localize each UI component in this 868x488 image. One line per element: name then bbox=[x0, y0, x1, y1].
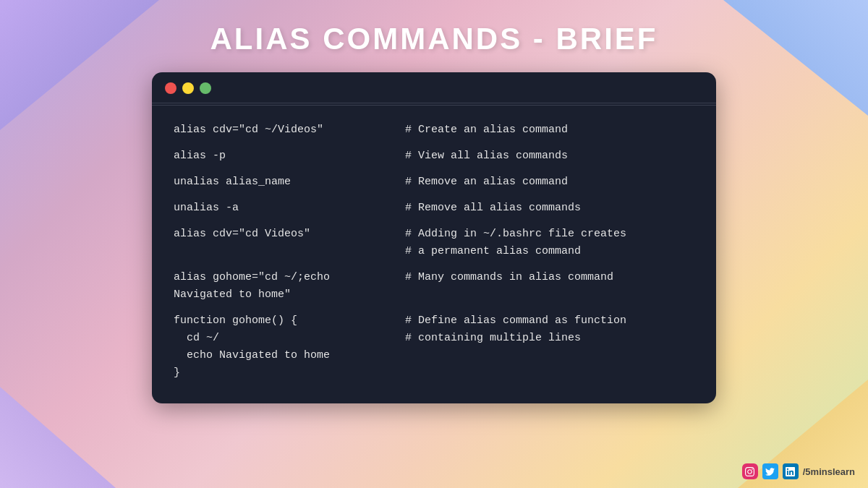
code-left-3: unalias alias_name bbox=[174, 174, 405, 191]
code-row-3: unalias alias_name # Remove an alias com… bbox=[174, 169, 694, 195]
code-right-4: # Remove all alias commands bbox=[405, 200, 694, 217]
traffic-dot-yellow[interactable] bbox=[182, 82, 194, 94]
code-row-5: alias cdv="cd Videos" # Adding in ~/.bas… bbox=[174, 221, 694, 265]
page-title: ALIAS COMMANDS - BRIEF bbox=[210, 22, 658, 56]
code-row-7: function gohome() { cd ~/ echo Navigated… bbox=[174, 308, 694, 386]
code-left-6: alias gohome="cd ~/;echo Navigated to ho… bbox=[174, 269, 405, 304]
code-left-5: alias cdv="cd Videos" bbox=[174, 226, 405, 260]
code-left-4: unalias -a bbox=[174, 200, 405, 217]
header-divider bbox=[152, 105, 716, 106]
traffic-dot-red[interactable] bbox=[165, 82, 176, 94]
code-row-4: unalias -a # Remove all alias commands bbox=[174, 195, 694, 221]
code-right-7: # Define alias command as function # con… bbox=[405, 312, 694, 382]
page-wrapper: ALIAS COMMANDS - BRIEF alias cdv="cd ~/V… bbox=[0, 0, 868, 488]
code-left-2: alias -p bbox=[174, 147, 405, 165]
code-right-5: # Adding in ~/.bashrc file creates # a p… bbox=[405, 226, 694, 260]
traffic-dot-green[interactable] bbox=[200, 82, 211, 94]
terminal-header bbox=[152, 72, 716, 103]
code-right-6: # Many commands in alias command bbox=[405, 269, 694, 304]
code-left-7: function gohome() { cd ~/ echo Navigated… bbox=[174, 312, 405, 382]
code-row-2: alias -p # View all alias commands bbox=[174, 143, 694, 169]
code-right-3: # Remove an alias command bbox=[405, 174, 694, 191]
terminal-body: alias cdv="cd ~/Videos" # Create an alia… bbox=[152, 110, 716, 386]
terminal-window: alias cdv="cd ~/Videos" # Create an alia… bbox=[152, 72, 716, 403]
code-right-1: # Create an alias command bbox=[405, 121, 694, 139]
code-right-2: # View all alias commands bbox=[405, 147, 694, 165]
code-row-6: alias gohome="cd ~/;echo Navigated to ho… bbox=[174, 265, 694, 308]
code-row-1: alias cdv="cd ~/Videos" # Create an alia… bbox=[174, 117, 694, 143]
code-left-1: alias cdv="cd ~/Videos" bbox=[174, 121, 405, 139]
